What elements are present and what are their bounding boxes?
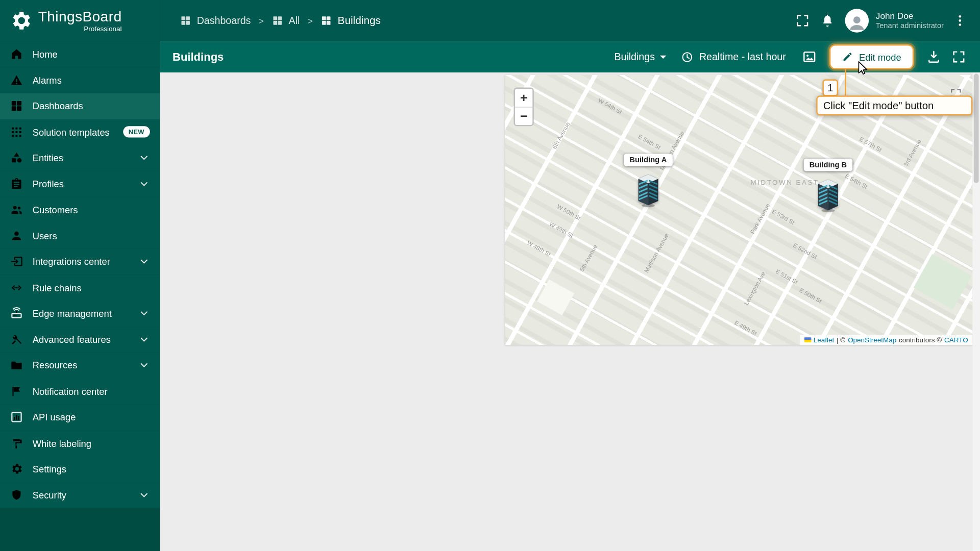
mouse-cursor: [855, 61, 868, 78]
sidebar-item-settings[interactable]: Settings: [0, 456, 160, 482]
logo-title: ThingsBoard: [38, 9, 122, 24]
tutorial-connector-line: [845, 69, 846, 97]
sidebar-item-label: Settings: [33, 464, 150, 474]
security-icon: [10, 488, 23, 502]
leaflet-link[interactable]: Leaflet: [814, 336, 834, 344]
chevron-down-icon: [138, 359, 150, 371]
sidebar-item-label: Resources: [33, 360, 129, 371]
zoom-in-button[interactable]: +: [515, 89, 532, 107]
marker-label: Building A: [624, 154, 672, 166]
scrollbar[interactable]: [972, 72, 980, 551]
white-labeling-icon: [10, 437, 23, 450]
more-menu-button[interactable]: [947, 8, 972, 33]
kebab-menu-icon: [952, 13, 967, 28]
settings-icon: [10, 462, 23, 475]
entities-icon: [10, 152, 23, 165]
zoom-out-button[interactable]: −: [515, 107, 532, 125]
sidebar-item-label: Notification center: [33, 386, 150, 396]
user-meta: John Doe Tenant administrator: [876, 10, 944, 31]
chevron-down-icon: [138, 489, 150, 500]
sidebar-item-edge-management[interactable]: Edge management: [0, 300, 160, 327]
main-area: Dashboards > All > Buildings John Doe T: [160, 0, 980, 551]
edge-icon: [10, 307, 23, 320]
user-role: Tenant administrator: [876, 21, 944, 31]
breadcrumb-buildings[interactable]: Buildings: [321, 14, 381, 27]
breadcrumb-label: Buildings: [338, 14, 381, 27]
timewindow-label: Realtime - last hour: [699, 51, 786, 62]
warning-icon: [10, 73, 23, 87]
tutorial-step-badge: 1: [822, 80, 838, 96]
download-icon: [926, 49, 941, 64]
dashboard-fullscreen-button[interactable]: [946, 44, 971, 69]
grid-icon: [10, 99, 23, 113]
logo-subtitle: Professional: [84, 24, 121, 32]
chevron-down-icon: [138, 152, 150, 164]
breadcrumb-dashboards[interactable]: Dashboards: [180, 15, 251, 26]
clock-icon: [680, 51, 694, 64]
sidebar-item-white-labeling[interactable]: White labeling: [0, 430, 160, 456]
sidebar-item-label: API usage: [33, 412, 150, 422]
sidebar-item-profiles[interactable]: Profiles: [0, 171, 160, 197]
sidebar-item-notification-center[interactable]: Notification center: [0, 378, 160, 404]
user-name: John Doe: [876, 10, 944, 21]
dashboard-grid-icon: [321, 15, 332, 26]
fullscreen-button[interactable]: [790, 8, 815, 33]
image-gallery-button[interactable]: [797, 44, 822, 69]
openstreetmap-link[interactable]: OpenStreetMap: [848, 336, 896, 344]
user-avatar[interactable]: [845, 9, 869, 33]
tutorial-callout: Click "Edit mode" button: [816, 95, 972, 115]
sidebar: ThingsBoard Professional HomeAlarmsDashb…: [0, 0, 160, 551]
sidebar-item-customers[interactable]: Customers: [0, 197, 160, 223]
sidebar-item-solution-templates[interactable]: Solution templatesNEW: [0, 119, 160, 145]
sidebar-item-entities[interactable]: Entities: [0, 145, 160, 171]
sidebar-item-label: Rule chains: [33, 282, 150, 293]
dashboard-title: Buildings: [173, 51, 614, 64]
notifications-button[interactable]: [815, 8, 840, 33]
map-zoom-control: + −: [514, 87, 534, 126]
advanced-icon: [10, 333, 23, 346]
sidebar-item-advanced-features[interactable]: Advanced features: [0, 327, 160, 353]
sidebar-item-home[interactable]: Home: [0, 41, 160, 67]
sidebar-item-label: Dashboards: [33, 101, 150, 111]
fullscreen-icon: [795, 13, 810, 28]
attribution-text: | ©: [837, 336, 845, 344]
rule-chains-icon: [10, 281, 23, 294]
customers-icon: [10, 203, 23, 216]
sidebar-item-resources[interactable]: Resources: [0, 353, 160, 379]
breadcrumb-label: All: [289, 15, 300, 26]
sidebar-item-users[interactable]: Users: [0, 223, 160, 249]
app-root: ThingsBoard Professional HomeAlarmsDashb…: [0, 0, 980, 551]
bell-icon: [820, 13, 835, 28]
sidebar-item-label: Profiles: [33, 179, 129, 189]
dashboard-state-select[interactable]: Buildings: [614, 49, 670, 64]
sidebar-item-integrations-center[interactable]: Integrations center: [0, 248, 160, 274]
timewindow-button[interactable]: Realtime - last hour: [680, 51, 786, 64]
chevron-down-icon: [138, 256, 150, 267]
person-icon: [847, 12, 867, 32]
edit-mode-button[interactable]: Edit mode: [829, 44, 914, 69]
notification-icon: [10, 385, 23, 398]
download-button[interactable]: [921, 44, 946, 69]
map-marker-building-a[interactable]: Building A: [624, 154, 672, 207]
carto-link[interactable]: CARTO: [944, 336, 968, 344]
sidebar-item-label: Integrations center: [33, 256, 129, 267]
pencil-icon: [842, 51, 853, 62]
sidebar-item-rule-chains[interactable]: Rule chains: [0, 274, 160, 300]
sidebar-item-label: Edge management: [33, 308, 129, 319]
app-logo[interactable]: ThingsBoard Professional: [0, 0, 160, 41]
attribution-text: contributors ©: [899, 336, 942, 344]
sidebar-item-label: White labeling: [33, 438, 150, 448]
chevron-down-icon: [138, 178, 150, 190]
building-icon: [637, 170, 659, 207]
scrollbar-thumb[interactable]: [974, 73, 979, 183]
fullscreen-icon: [951, 49, 966, 64]
sidebar-item-api-usage[interactable]: API usage: [0, 404, 160, 430]
sidebar-item-label: Solution templates: [33, 127, 114, 137]
caret-down-icon: [655, 49, 670, 64]
sidebar-item-alarms[interactable]: Alarms: [0, 67, 160, 93]
map-marker-building-b[interactable]: Building B: [804, 159, 853, 212]
sidebar-item-dashboards[interactable]: Dashboards: [0, 93, 160, 119]
breadcrumb-all[interactable]: All: [272, 15, 300, 26]
marker-label: Building B: [804, 159, 853, 171]
sidebar-item-security[interactable]: Security: [0, 482, 160, 508]
